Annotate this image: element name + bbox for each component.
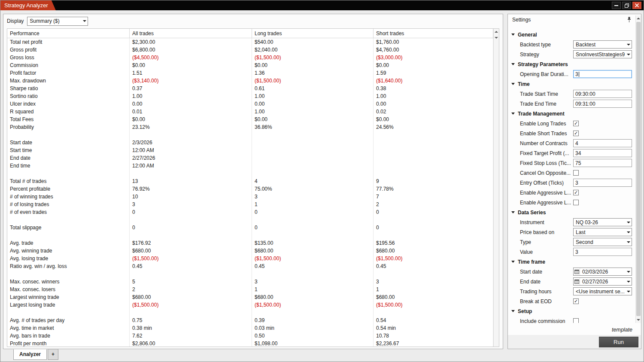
- table-row[interactable]: Avg. winning trade$680.00$680.00$680.00: [7, 247, 493, 255]
- table-row[interactable]: Total slippage000: [7, 224, 493, 231]
- text-input[interactable]: 3: [573, 179, 632, 187]
- text-input[interactable]: 3: [573, 248, 632, 256]
- table-row[interactable]: Percent profitable76.92%75.00%77.78%: [7, 185, 493, 193]
- table-row[interactable]: Avg. time in market0.38 min0.03 min0.54 …: [7, 324, 493, 332]
- run-button[interactable]: Run: [599, 337, 638, 347]
- table-row[interactable]: R squared0.011.000.02: [7, 108, 493, 116]
- table-row[interactable]: [7, 170, 493, 177]
- settings-section-general[interactable]: General: [508, 30, 635, 40]
- table-row[interactable]: Start time12:00 AM: [7, 146, 493, 154]
- table-row[interactable]: Sortino ratio1.001.001.00: [7, 92, 493, 100]
- row-value: 3: [130, 201, 252, 208]
- dropdown[interactable]: <Use instrument se...: [573, 287, 632, 295]
- text-input[interactable]: 09:31:00: [573, 100, 632, 108]
- table-row[interactable]: Avg. bars in trade7.620.5010.78: [7, 332, 493, 340]
- settings-scroll-down-button[interactable]: [636, 317, 641, 323]
- settings-section-trade-management[interactable]: Trade Management: [508, 109, 635, 119]
- table-row[interactable]: Gross profit$6,800.00$2,040.00$4,760.00: [7, 46, 493, 54]
- settings-section-time[interactable]: Time: [508, 79, 635, 89]
- table-row[interactable]: Profit per month$2,806.00$1,098.00$2,236…: [7, 340, 493, 347]
- table-row[interactable]: Largest winning trade$680.00$680.00$680.…: [7, 293, 493, 301]
- table-row[interactable]: Avg. trade$176.92$135.00$195.56: [7, 239, 493, 247]
- settings-scroll-up-button[interactable]: [636, 15, 641, 21]
- row-value: [374, 216, 493, 224]
- add-tab-button[interactable]: +: [48, 349, 58, 360]
- table-row[interactable]: Total Fees$0.00$0.00$0.00: [7, 116, 493, 123]
- scrollbar-thumb[interactable]: [636, 22, 641, 316]
- checkbox[interactable]: ✓: [573, 121, 579, 126]
- settings-section-strategy-parameters[interactable]: Strategy Parameters: [508, 59, 635, 69]
- table-row[interactable]: Commission$0.00$0.00$0.00: [7, 61, 493, 69]
- table-row[interactable]: End date2/27/2026: [7, 154, 493, 162]
- input-value: 3: [575, 249, 578, 255]
- checkbox[interactable]: ✓: [573, 131, 579, 136]
- display-dropdown[interactable]: Summary ($): [27, 17, 88, 26]
- tab-analyzer[interactable]: Analyzer: [13, 349, 47, 360]
- table-row[interactable]: End time12:00 AM: [7, 162, 493, 170]
- table-row[interactable]: Sharpe ratio0.370.610.38: [7, 85, 493, 92]
- column-header-all-trades[interactable]: All trades: [130, 29, 252, 38]
- row-value: 3: [374, 278, 493, 286]
- table-row[interactable]: Probability23.12%36.86%24.56%: [7, 123, 493, 131]
- checkbox[interactable]: [573, 170, 579, 176]
- table-row[interactable]: Avg. losing trade($1,500.00)($1,500.00)(…: [7, 255, 493, 262]
- dropdown[interactable]: Second: [573, 238, 632, 246]
- settings-section-setup[interactable]: Setup: [508, 306, 635, 316]
- settings-section-time-frame[interactable]: Time frame: [508, 257, 635, 267]
- setting-control: Second: [573, 238, 632, 246]
- table-row[interactable]: Gross loss($4,500.00)($1,500.00)($3,000.…: [7, 54, 493, 61]
- table-row[interactable]: Total # of trades1349: [7, 177, 493, 185]
- table-row[interactable]: # of losing trades312: [7, 201, 493, 208]
- column-header-performance[interactable]: Performance: [7, 29, 130, 38]
- close-button[interactable]: [632, 2, 641, 9]
- scroll-up-button[interactable]: [494, 29, 499, 35]
- checkbox[interactable]: [573, 200, 579, 205]
- dropdown[interactable]: SnoInvestStrategies9:: [573, 50, 632, 58]
- dropdown[interactable]: Backtest: [573, 40, 632, 49]
- date-picker[interactable]: 02/03/2026: [573, 268, 632, 276]
- table-row[interactable]: [7, 270, 493, 278]
- template-link[interactable]: template: [612, 327, 632, 333]
- checkbox[interactable]: [573, 318, 579, 323]
- minimize-button[interactable]: [612, 2, 621, 9]
- dropdown[interactable]: NQ 03-26: [573, 218, 632, 226]
- table-row[interactable]: Avg. # of trades per day0.750.390.54: [7, 316, 493, 324]
- checkbox[interactable]: ✓: [573, 190, 579, 195]
- setting-label: Opening Bar Durati...: [520, 71, 573, 77]
- settings-panel: Settings GeneralBacktest typeBacktestStr…: [507, 14, 641, 349]
- settings-section-data-series[interactable]: Data Series: [508, 207, 635, 217]
- table-row[interactable]: Max. drawdown($3,140.00)($1,500.00)($1,6…: [7, 77, 493, 85]
- scroll-down-button[interactable]: [494, 35, 499, 41]
- table-row[interactable]: # of winning trades1037: [7, 193, 493, 201]
- table-row[interactable]: Profit factor1.511.361.59: [7, 69, 493, 77]
- row-value: $2,040.00: [252, 46, 374, 54]
- restore-button[interactable]: [622, 2, 631, 9]
- column-header-short-trades[interactable]: Short trades: [374, 29, 493, 38]
- table-row[interactable]: Start date2/3/2026: [7, 139, 493, 146]
- column-header-long-trades[interactable]: Long trades: [252, 29, 374, 38]
- text-input[interactable]: 75: [573, 159, 632, 167]
- dropdown[interactable]: Last: [573, 228, 632, 236]
- table-row[interactable]: Max. consec. losers211: [7, 286, 493, 293]
- table-row[interactable]: Largest losing trade($1,500.00)($1,500.0…: [7, 301, 493, 309]
- text-input[interactable]: 4: [573, 139, 632, 147]
- setting-label: Trade End Time: [520, 101, 573, 107]
- table-row[interactable]: [7, 131, 493, 139]
- text-input[interactable]: 34: [573, 149, 632, 157]
- table-row[interactable]: Ulcer index0.000.000.00: [7, 100, 493, 108]
- text-input[interactable]: 3: [573, 70, 632, 78]
- settings-scrollbar[interactable]: [635, 15, 641, 323]
- checkbox[interactable]: ✓: [573, 298, 579, 304]
- row-value: [130, 131, 252, 139]
- table-row[interactable]: Ratio avg. win / avg. loss0.450.450.45: [7, 262, 493, 270]
- pin-icon[interactable]: [627, 17, 632, 23]
- table-row[interactable]: [7, 216, 493, 224]
- text-input[interactable]: 09:30:00: [573, 90, 632, 98]
- table-scrollbar[interactable]: [493, 29, 499, 347]
- table-row[interactable]: Max. consec. winners533: [7, 278, 493, 286]
- table-row[interactable]: [7, 231, 493, 239]
- table-row[interactable]: [7, 309, 493, 316]
- date-picker[interactable]: 02/27/2026: [573, 277, 632, 286]
- table-row[interactable]: # of even trades000: [7, 208, 493, 216]
- table-row[interactable]: Total net profit$2,300.00$540.00$1,760.0…: [7, 38, 493, 46]
